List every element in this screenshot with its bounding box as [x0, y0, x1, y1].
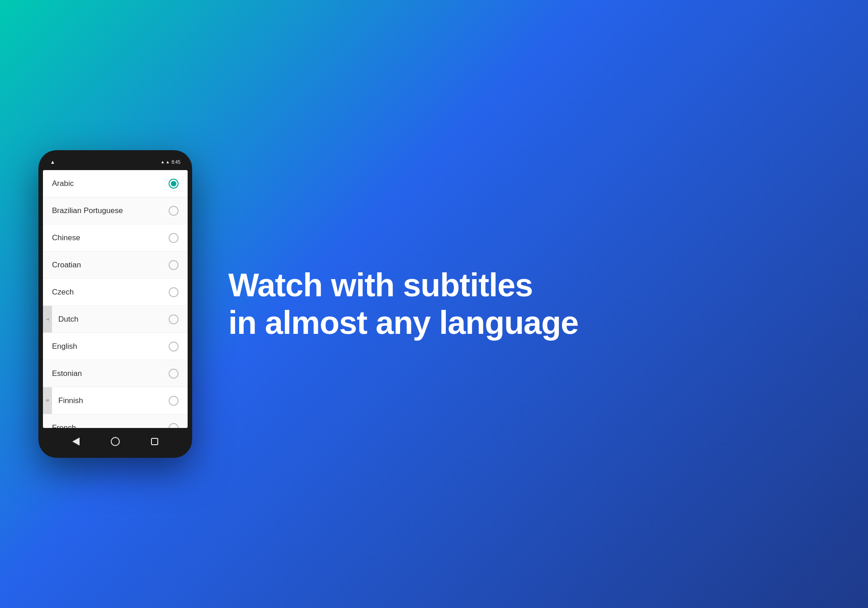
right-content: Watch with subtitles in almost any langu… [192, 266, 868, 342]
list-item[interactable]: Croatian [43, 252, 188, 279]
status-bar: ▲ ▲ ▲ 8:45 [43, 155, 188, 169]
side-overlay-2: S [43, 387, 52, 414]
list-item[interactable]: Brazilian Portuguese [43, 197, 188, 224]
list-item[interactable]: Arabic [43, 170, 188, 197]
language-label: English [52, 342, 77, 351]
radio-button-finnish[interactable] [169, 396, 179, 406]
language-label: Dutch [52, 315, 78, 324]
language-label: French [52, 423, 76, 428]
radio-button-brazilian-portuguese[interactable] [169, 206, 179, 216]
home-icon [111, 437, 120, 446]
phone-screen: Arabic Brazilian Portuguese Chinese Croa… [43, 170, 188, 428]
language-label: Arabic [52, 179, 74, 188]
radio-button-french[interactable] [169, 423, 179, 428]
language-label: Estonian [52, 369, 82, 378]
list-item[interactable]: Czech [43, 279, 188, 306]
language-label: Croatian [52, 261, 81, 270]
list-item[interactable]: English [43, 333, 188, 360]
recents-button[interactable] [146, 432, 164, 451]
language-label: Brazilian Portuguese [52, 206, 123, 215]
radio-button-arabic[interactable] [169, 179, 179, 189]
list-item[interactable]: T Dutch [43, 306, 188, 333]
language-label: Finnish [52, 396, 83, 405]
status-right-icons: ▲ ▲ 8:45 [160, 160, 180, 165]
back-button[interactable] [67, 432, 85, 451]
headline: Watch with subtitles in almost any langu… [228, 266, 832, 342]
bottom-navigation-bar [43, 429, 188, 454]
list-item[interactable]: French [43, 414, 188, 428]
status-left-icon: ▲ [50, 159, 55, 165]
list-item[interactable]: Estonian [43, 360, 188, 387]
radio-button-estonian[interactable] [169, 369, 179, 379]
home-button[interactable] [106, 432, 124, 451]
language-label: Czech [52, 288, 74, 297]
back-icon [72, 437, 80, 446]
radio-button-czech[interactable] [169, 287, 179, 297]
phone-body: ▲ ▲ ▲ 8:45 Arabic Brazilian Portuguese [38, 150, 192, 458]
side-letter-label: T [45, 318, 50, 321]
language-label: Chinese [52, 233, 80, 242]
list-item[interactable]: Chinese [43, 224, 188, 252]
radio-button-dutch[interactable] [169, 314, 179, 324]
side-overlay: T [43, 306, 52, 332]
headline-line2: in almost any language [228, 304, 832, 342]
side-letter-label-2: S [45, 399, 50, 402]
phone-mockup: ▲ ▲ ▲ 8:45 Arabic Brazilian Portuguese [38, 150, 192, 458]
signal-icon: ▲ ▲ [160, 160, 170, 164]
radio-button-english[interactable] [169, 342, 179, 352]
list-item[interactable]: S Finnish [43, 387, 188, 414]
recents-icon [151, 438, 158, 445]
headline-line1: Watch with subtitles [228, 266, 832, 304]
radio-button-croatian[interactable] [169, 260, 179, 270]
battery-status: 8:45 [172, 160, 180, 165]
radio-button-chinese[interactable] [169, 233, 179, 243]
language-list[interactable]: Arabic Brazilian Portuguese Chinese Croa… [43, 170, 188, 428]
